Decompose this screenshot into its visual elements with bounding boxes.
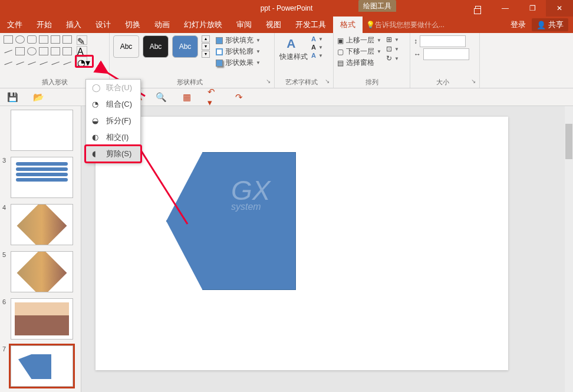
- style-more[interactable]: ▾: [202, 51, 210, 58]
- shape-gallery[interactable]: [4, 35, 73, 70]
- dialog-launcher[interactable]: ↘: [325, 78, 330, 84]
- shape-arrow-icon[interactable]: [39, 47, 48, 55]
- union-icon: ◯: [92, 83, 101, 93]
- undo-button[interactable]: ↶ ▾: [208, 92, 218, 103]
- send-backward-button[interactable]: ▢下移一层▼: [337, 47, 381, 57]
- shape-callout-icon[interactable]: [62, 47, 72, 55]
- text-outline-button[interactable]: A▼: [311, 44, 323, 51]
- slide-thumb-3[interactable]: [11, 157, 73, 198]
- slide-thumb-6[interactable]: [11, 298, 73, 340]
- menu-intersect[interactable]: ◐相交(I): [86, 129, 140, 146]
- shape-triangle-icon[interactable]: [62, 35, 72, 44]
- subtract-icon: ◖: [92, 149, 101, 159]
- slide-thumb-5[interactable]: [11, 251, 73, 292]
- slide-thumb-1[interactable]: [11, 110, 73, 151]
- width-icon: ↔: [414, 50, 421, 58]
- shape-hexagon-icon[interactable]: [51, 47, 60, 55]
- edit-shape-button[interactable]: ✎: [77, 35, 87, 45]
- shape-outline-button[interactable]: 形状轮廓▼: [216, 47, 261, 57]
- selection-pane-button[interactable]: ▤选择窗格: [337, 58, 381, 68]
- shape-circle-icon[interactable]: [27, 47, 37, 55]
- style-scroll-down[interactable]: ▾: [202, 43, 210, 50]
- quick-styles-label: 快速样式: [279, 52, 308, 62]
- tab-design[interactable]: 设计: [88, 17, 118, 33]
- shape-connector5-icon[interactable]: [50, 58, 60, 65]
- slide-canvas-area[interactable]: GX system 单击此处添加备注: [81, 106, 573, 392]
- close-button[interactable]: ✕: [546, 0, 573, 17]
- shape-style-gallery[interactable]: Abc Abc Abc ▴ ▾ ▾: [113, 35, 210, 58]
- shape-connector4-icon[interactable]: [38, 58, 48, 65]
- slide-thumb-7[interactable]: [11, 345, 73, 387]
- shape-line-icon[interactable]: [3, 46, 12, 53]
- dialog-launcher[interactable]: ↘: [471, 78, 476, 84]
- shape-fill-button[interactable]: 形状填充▼: [216, 35, 261, 45]
- bring-forward-button[interactable]: ▣上移一层▼: [337, 35, 381, 45]
- style-preset-1[interactable]: Abc: [113, 35, 139, 58]
- pentagon-shape[interactable]: [166, 152, 296, 290]
- height-icon: ↕: [414, 37, 417, 45]
- redo-button[interactable]: ↷: [233, 92, 244, 103]
- vertical-scrollbar[interactable]: [565, 106, 573, 392]
- caret-icon: ▼: [256, 60, 261, 65]
- slide-thumb-4[interactable]: [11, 204, 73, 245]
- menu-combine[interactable]: ◔组合(C): [86, 96, 140, 113]
- login-link[interactable]: 登录: [511, 19, 526, 30]
- shape-connector6-icon[interactable]: [62, 58, 71, 65]
- align-button[interactable]: ⊞▼: [386, 35, 399, 44]
- quick-styles-button[interactable]: A 快速样式: [278, 35, 309, 62]
- shape-cylinder-icon[interactable]: [51, 35, 60, 44]
- tab-transition[interactable]: 切换: [118, 17, 147, 33]
- style-preset-2[interactable]: Abc: [143, 35, 169, 58]
- dialog-launcher[interactable]: ↘: [266, 78, 271, 84]
- text-effects-button[interactable]: A▼: [311, 52, 323, 59]
- menu-subtract[interactable]: ◖ 剪除(S): [86, 146, 140, 162]
- minimize-button[interactable]: —: [492, 0, 519, 17]
- tab-insert[interactable]: 插入: [59, 17, 88, 33]
- group-label-arrange: 排列: [337, 77, 406, 87]
- save-button[interactable]: 💾: [7, 92, 18, 103]
- shape-rounded-rect-icon[interactable]: [27, 35, 37, 44]
- shape-connector3-icon[interactable]: [27, 58, 36, 65]
- style-preset-3[interactable]: Abc: [172, 35, 198, 58]
- ribbon-options-button[interactable]: [465, 0, 492, 17]
- tab-view[interactable]: 视图: [259, 17, 288, 33]
- width-input[interactable]: [423, 48, 469, 60]
- tab-file[interactable]: 文件: [0, 17, 29, 33]
- shape-rect2-icon[interactable]: [15, 47, 25, 55]
- menu-union[interactable]: ◯联合(U): [86, 80, 140, 96]
- shape-rectangle-icon[interactable]: [4, 35, 13, 44]
- share-button[interactable]: 👤 共享: [532, 18, 568, 31]
- text-fill-button[interactable]: A▼: [311, 35, 323, 42]
- slide[interactable]: GX system: [95, 117, 508, 370]
- merge-shapes-button[interactable]: ◔▾: [77, 57, 87, 66]
- tab-review[interactable]: 审阅: [229, 17, 259, 33]
- ribbon-tabs: 文件 开始 插入 设计 切换 动画 幻灯片放映 审阅 视图 开发工具 格式 💡 …: [0, 17, 573, 33]
- title-bar: ppt - PowerPoint 绘图工具 — ❐ ✕: [0, 0, 573, 17]
- zoom-button[interactable]: 🔍: [156, 92, 166, 103]
- textbox-button[interactable]: A: [77, 46, 87, 55]
- tab-home[interactable]: 开始: [29, 17, 59, 33]
- shape-connector2-icon[interactable]: [15, 58, 24, 65]
- scrollbar-handle[interactable]: [565, 124, 572, 159]
- open-button[interactable]: 📂: [33, 92, 44, 103]
- rotate-button[interactable]: ↻▼: [386, 54, 399, 62]
- style-scroll-up[interactable]: ▴: [202, 35, 210, 42]
- shape-connector1-icon[interactable]: [3, 58, 12, 65]
- shape-trapezoid-icon[interactable]: [39, 35, 48, 44]
- tab-slideshow[interactable]: 幻灯片放映: [177, 17, 229, 33]
- group-button[interactable]: ⊡▼: [386, 45, 399, 53]
- contextual-tab-label: 绘图工具: [358, 0, 396, 12]
- restore-button[interactable]: ❐: [519, 0, 546, 17]
- print-preview-button[interactable]: ▦: [182, 92, 192, 103]
- menu-fragment[interactable]: ◒拆分(F): [86, 113, 140, 129]
- tab-format[interactable]: 格式: [333, 17, 363, 33]
- width-field-row: ↔: [414, 48, 469, 60]
- tab-developer[interactable]: 开发工具: [288, 17, 333, 33]
- menu-union-label: 联合(U): [106, 83, 132, 93]
- slide-thumbnail-panel[interactable]: 3 4 5 6 7: [0, 106, 81, 392]
- tell-me-search[interactable]: 💡 告诉我您想要做什么...: [366, 20, 444, 30]
- shape-effects-button[interactable]: 形状效果▼: [216, 58, 261, 68]
- height-input[interactable]: [420, 35, 466, 47]
- shape-ellipse-icon[interactable]: [15, 35, 25, 44]
- tab-animation[interactable]: 动画: [147, 17, 177, 33]
